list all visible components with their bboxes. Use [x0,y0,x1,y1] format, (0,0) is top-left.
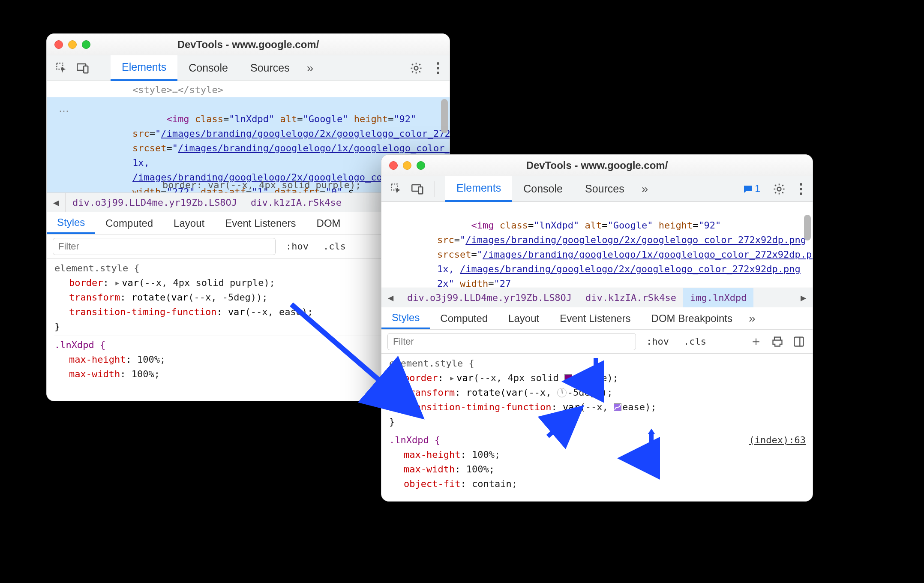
styles-filter-input[interactable] [53,238,276,255]
print-media-icon[interactable] [770,334,785,349]
kebab-menu-icon[interactable] [432,62,444,74]
window-title: DevTools - www.google.com/ [47,39,450,51]
device-toggle-icon[interactable] [411,183,424,195]
prop-timing[interactable]: transition-timing-function: var(--x, eas… [389,400,813,415]
inspect-icon[interactable] [390,183,403,195]
device-toggle-icon[interactable] [77,62,90,75]
devtools-window-right: DevTools - www.google.com/ Elements Cons… [381,154,813,502]
toolbar-divider [435,181,435,197]
panel-tabs: Elements Console Sources » [445,176,654,202]
stab-computed[interactable]: Computed [430,307,498,329]
prop-border[interactable]: border: ▸var(--x, 4px solid purple); [389,371,813,385]
traffic-lights [389,161,425,170]
svg-rect-8 [795,337,804,346]
rule-element-style[interactable]: element.style { [389,356,813,371]
tab-sources[interactable]: Sources [239,55,301,81]
crumb-2[interactable]: div.k1zIA.rSk4se [244,193,348,212]
rule-lnxdpd-header[interactable]: .lnXdpd {(index):63 [389,433,813,448]
stab-dom[interactable]: DOM Breakpoints [641,307,743,329]
hov-toggle[interactable]: :hov [282,241,313,252]
svg-point-7 [777,187,781,191]
toolbar-divider [100,60,100,76]
computed-toggle-icon[interactable] [791,334,807,349]
easing-swatch-icon[interactable] [614,403,621,411]
prop-object-fit[interactable]: object-fit: contain; [389,477,813,491]
close-dot[interactable] [389,161,398,170]
minimize-dot[interactable] [68,40,77,49]
rule-close: } [389,415,813,429]
crumb-left-arrow-icon[interactable]: ◀ [381,288,400,307]
dom-style-node[interactable]: <style>…</style> [47,83,450,97]
window-title: DevTools - www.google.com/ [381,159,813,171]
stab-layout[interactable]: Layout [498,307,549,329]
tab-console[interactable]: Console [512,176,574,202]
crumb-right-arrow-icon[interactable]: ▶ [794,288,813,307]
cls-toggle[interactable]: .cls [679,336,711,347]
svg-rect-6 [418,187,423,194]
tab-elements[interactable]: Elements [445,176,512,202]
ellipsis-icon[interactable]: ⋯ [59,105,70,117]
css-tooltip: border: var(--x, 4px solid purple); [162,180,361,190]
inspect-icon[interactable] [55,62,68,75]
svg-rect-2 [84,66,88,73]
svg-point-3 [414,66,418,70]
more-stabs-icon[interactable]: » [743,307,762,329]
minimize-dot[interactable] [403,161,411,170]
settings-gear-icon[interactable] [771,181,787,197]
crumb-3[interactable]: img.lnXdpd [683,288,753,307]
crumb-1[interactable]: div.o3j99.LLD4me.yr19Zb.LS8OJ [400,288,579,307]
crumb-left-arrow-icon[interactable]: ◀ [47,193,66,212]
crumb-1[interactable]: div.o3j99.LLD4me.yr19Zb.LS8OJ [66,193,244,212]
messages-count: 1 [755,183,760,195]
titlebar: DevTools - www.google.com/ [381,155,813,176]
stab-listeners[interactable]: Event Listeners [215,212,306,234]
stab-styles[interactable]: Styles [47,212,95,234]
prop-max-width[interactable]: max-width: 100%; [389,462,813,477]
vscroll[interactable] [804,204,811,285]
main-toolbar: Elements Console Sources » [47,55,450,81]
more-tabs-icon[interactable]: » [301,55,320,81]
styles-filter-bar: :hov .cls ＋ [381,330,813,354]
dom-img-node[interactable]: <img class="lnXdpd" alt="Google" height=… [381,204,813,288]
close-dot[interactable] [54,40,63,49]
tab-sources[interactable]: Sources [574,176,636,202]
titlebar: DevTools - www.google.com/ [47,34,450,55]
traffic-lights [54,40,90,49]
stab-dom[interactable]: DOM [306,212,351,234]
more-tabs-icon[interactable]: » [636,176,654,202]
hov-toggle[interactable]: :hov [642,336,673,347]
breadcrumbs: ◀ div.o3j99.LLD4me.yr19Zb.LS8OJ div.k1zI… [381,288,813,307]
styles-panel[interactable]: element.style { border: ▸var(--x, 4px so… [381,354,813,494]
color-swatch-icon[interactable] [564,374,572,382]
main-toolbar: Elements Console Sources » 1 [381,176,813,202]
stab-listeners[interactable]: Event Listeners [549,307,641,329]
new-style-rule-icon[interactable]: ＋ [748,334,764,349]
dom-tree[interactable]: <img class="lnXdpd" alt="Google" height=… [381,202,813,288]
crumb-2[interactable]: div.k1zIA.rSk4se [579,288,683,307]
zoom-dot[interactable] [82,40,90,49]
styles-filter-input[interactable] [387,333,636,350]
stab-styles[interactable]: Styles [381,307,430,329]
panel-tabs: Elements Console Sources » [111,55,319,81]
source-link[interactable]: (index):63 [749,433,806,448]
messages-badge[interactable]: 1 [740,183,763,195]
kebab-menu-icon[interactable] [795,183,807,195]
stab-layout[interactable]: Layout [163,212,215,234]
tab-elements[interactable]: Elements [111,55,177,81]
cls-toggle[interactable]: .cls [319,241,350,252]
settings-gear-icon[interactable] [408,60,424,76]
styles-tabs: Styles Computed Layout Event Listeners D… [381,307,813,330]
angle-swatch-icon[interactable] [557,388,567,397]
tab-console[interactable]: Console [177,55,239,81]
stab-computed[interactable]: Computed [95,212,163,234]
prop-max-height[interactable]: max-height: 100%; [389,448,813,462]
prop-transform[interactable]: transform: rotate(var(--x, -5deg)); [389,385,813,400]
zoom-dot[interactable] [417,161,425,170]
